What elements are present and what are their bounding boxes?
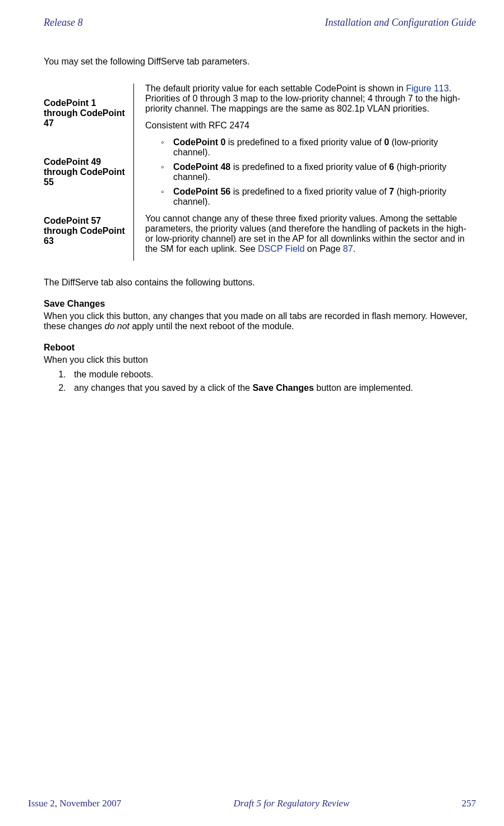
text: . xyxy=(353,244,355,253)
text: is predefined to a fixed priority value … xyxy=(230,162,389,172)
def-paragraph-1: The default priority value for each sett… xyxy=(145,84,476,114)
figure-link[interactable]: Figure 113 xyxy=(406,84,449,93)
term-codepoint-49-55: CodePoint 49 through CodePoint 55 xyxy=(44,157,128,187)
definition-terms: CodePoint 1 through CodePoint 47 CodePoi… xyxy=(44,84,134,261)
def-paragraph-2: Consistent with RFC 2474 xyxy=(145,121,476,131)
text: is predefined to a fixed priority value … xyxy=(225,137,384,147)
codepoint-list: CodePoint 0 is predefined to a fixed pri… xyxy=(145,137,476,207)
term-codepoint-57-63: CodePoint 57 through CodePoint 63 xyxy=(44,216,128,246)
page-link[interactable]: 87 xyxy=(343,244,353,253)
text: on Page xyxy=(304,244,343,253)
footer-page-number: 257 xyxy=(461,798,476,809)
text: is predefined to a fixed priority value … xyxy=(230,187,389,196)
def-paragraph-3: You cannot change any of these three fix… xyxy=(145,214,476,254)
term-codepoint-1-47: CodePoint 1 through CodePoint 47 xyxy=(44,98,128,128)
definition-table: CodePoint 1 through CodePoint 47 CodePoi… xyxy=(44,84,476,261)
footer-left: Issue 2, November 2007 xyxy=(28,798,121,809)
list-item: CodePoint 0 is predefined to a fixed pri… xyxy=(161,137,476,158)
codepoint-0-label: CodePoint 0 xyxy=(173,137,225,147)
codepoint-48-label: CodePoint 48 xyxy=(173,162,230,172)
value-0: 0 xyxy=(384,137,389,147)
text: any changes that you saved by a click of… xyxy=(74,383,252,393)
page-header: Release 8 Installation and Configuration… xyxy=(44,17,476,29)
save-changes-heading: Save Changes xyxy=(44,299,476,309)
list-item: any changes that you saved by a click of… xyxy=(68,383,476,393)
document-page: Release 8 Installation and Configuration… xyxy=(0,0,504,826)
text: The default priority value for each sett… xyxy=(145,84,406,93)
page-footer: Issue 2, November 2007 Draft 5 for Regul… xyxy=(28,798,476,809)
dscp-link[interactable]: DSCP Field xyxy=(258,244,304,253)
header-right: Installation and Configuration Guide xyxy=(325,17,476,29)
reboot-heading: Reboot xyxy=(44,343,476,353)
save-changes-ref: Save Changes xyxy=(252,383,313,393)
list-item: CodePoint 56 is predefined to a fixed pr… xyxy=(161,187,476,207)
list-item: CodePoint 48 is predefined to a fixed pr… xyxy=(161,162,476,182)
list-item: the module reboots. xyxy=(68,370,476,380)
text: apply until the next reboot of the modul… xyxy=(130,321,294,331)
codepoint-56-label: CodePoint 56 xyxy=(173,187,230,196)
definition-body: The default priority value for each sett… xyxy=(134,84,476,261)
reboot-intro: When you click this button xyxy=(44,355,476,365)
value-6: 6 xyxy=(389,162,394,172)
intro-text: You may set the following DiffServe tab … xyxy=(44,57,476,67)
header-left: Release 8 xyxy=(44,17,82,29)
after-table-text: The DiffServe tab also contains the foll… xyxy=(44,278,476,288)
reboot-steps: the module reboots. any changes that you… xyxy=(44,370,476,393)
value-7: 7 xyxy=(389,187,394,196)
do-not-emphasis: do not xyxy=(105,321,130,331)
text: button are implemented. xyxy=(314,383,413,393)
save-changes-body: When you click this button, any changes … xyxy=(44,311,476,331)
footer-center: Draft 5 for Regulatory Review xyxy=(233,798,349,809)
